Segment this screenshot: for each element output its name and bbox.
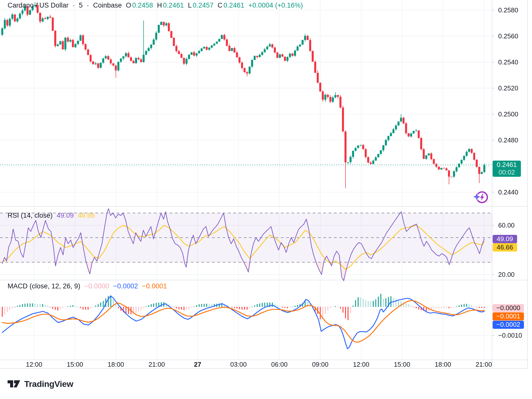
macd-axis-label: −0.0010 <box>498 332 522 339</box>
ohlc-open: O0.2458 <box>126 2 153 9</box>
time-axis-label: 15:00 <box>394 361 410 368</box>
time-axis-label: 18:00 <box>435 361 451 368</box>
brand-name: TradingView <box>24 379 73 389</box>
rsi-axis-badge: 49.09 <box>493 235 517 243</box>
time-axis-label: 06:00 <box>271 361 287 368</box>
legend-separator: · <box>87 2 89 9</box>
rsi-value: 49.09 <box>57 212 74 219</box>
footer-brand[interactable]: TradingView <box>7 378 73 389</box>
rsi-axis-badge: 46.66 <box>493 243 517 252</box>
price-axis-label: 0.2560 <box>498 32 518 40</box>
time-axis-label: 12:00 <box>26 361 42 368</box>
tradingview-logo <box>7 378 21 389</box>
rsi-legend[interactable]: RSI (14, close) 49.09 46.66 <box>8 212 95 219</box>
exchange-label[interactable]: Coinbase <box>93 2 122 9</box>
chart-canvas[interactable] <box>0 0 532 399</box>
change-value: +0.0004 (+0.16%) <box>248 2 303 9</box>
flash-trade-button[interactable] <box>473 190 489 206</box>
time-axis-label: 09:00 <box>312 361 328 368</box>
price-axis-label: 0.2480 <box>498 136 518 144</box>
macd-value: −0.0002 <box>113 282 138 290</box>
price-axis-label: 0.2540 <box>498 58 518 66</box>
time-axis-label: 21:00 <box>148 361 165 368</box>
rsi-axis-label: 60.00 <box>498 221 515 229</box>
price-axis-label: 0.2440 <box>498 188 518 196</box>
symbol-title[interactable]: Cardano / US Dollar <box>8 2 69 9</box>
ohlc-high: H0.2461 <box>157 2 184 9</box>
last-price-badge: 0.246100:02 <box>493 161 521 177</box>
macd-signal-value: −0.0001 <box>142 282 167 290</box>
legend-separator: · <box>73 2 75 9</box>
time-axis-label: 15:00 <box>67 361 83 368</box>
tradingview-chart-page: { "header": { "title": "Cardano / US Dol… <box>0 0 532 399</box>
macd-legend[interactable]: MACD (close, 12, 26, 9) −0.0000 −0.0002 … <box>8 282 167 290</box>
ohlc-low: L0.2457 <box>188 2 214 9</box>
rsi-title[interactable]: RSI (14, close) <box>8 212 53 219</box>
macd-axis-badge: −0.0000 <box>493 304 524 312</box>
macd-axis-badge: −0.0001 <box>493 312 524 320</box>
lightning-circle-icon <box>473 190 489 206</box>
price-axis-label: 0.2500 <box>498 110 518 118</box>
time-axis-label: 27 <box>194 361 201 368</box>
interval-label[interactable]: 5 <box>79 2 83 9</box>
time-axis-label: 18:00 <box>108 361 124 368</box>
price-axis-label: 0.2520 <box>498 84 518 92</box>
macd-axis-badge: −0.0002 <box>493 321 524 329</box>
time-axis-label: 21:00 <box>475 361 492 368</box>
symbol-legend[interactable]: Cardano / US Dollar · 5 · Coinbase O0.24… <box>8 2 303 9</box>
ohlc-close: C0.2461 <box>218 2 244 9</box>
macd-hist-value: −0.0000 <box>84 282 109 290</box>
price-axis-label: 0.2580 <box>498 6 518 14</box>
rsi-axis-label: 20.00 <box>498 271 515 279</box>
rsi-ma-value: 46.66 <box>78 212 95 219</box>
time-axis-label: 12:00 <box>353 361 369 368</box>
time-axis-label: 03:00 <box>230 361 247 368</box>
macd-title[interactable]: MACD (close, 12, 26, 9) <box>8 282 80 290</box>
